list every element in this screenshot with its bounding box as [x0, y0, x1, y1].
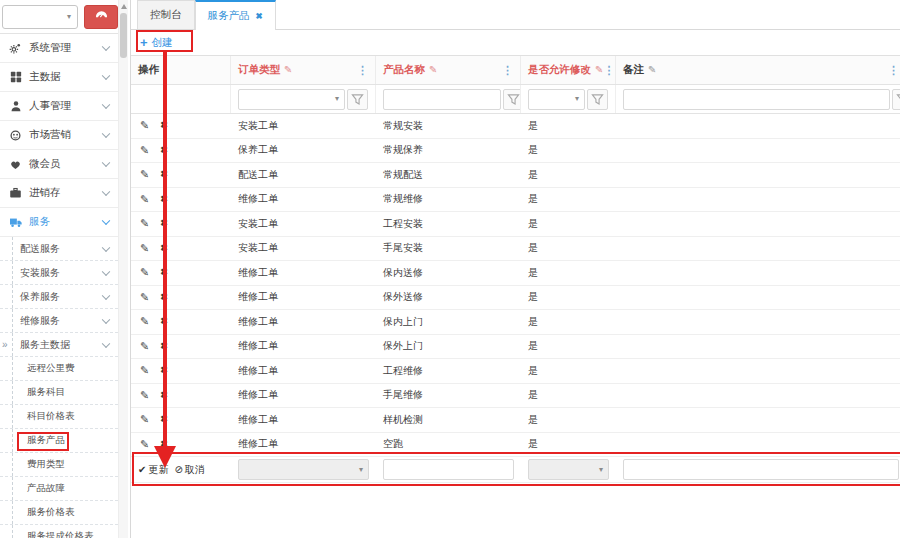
- delete-row-icon[interactable]: ✖: [160, 121, 168, 130]
- sidebar-item-service-commission-price-list[interactable]: 服务提成价格表: [0, 525, 118, 538]
- cell-remark: [616, 408, 900, 432]
- sidebar-item-master-data[interactable]: 主数据: [0, 63, 118, 92]
- sidebar-item-service-subject[interactable]: 服务科目: [0, 381, 118, 405]
- column-header-order-type[interactable]: 订单类型 ✎ ⋮: [231, 56, 376, 84]
- filter-funnel-button[interactable]: [503, 89, 521, 110]
- sidebar-item-service-price-list[interactable]: 服务价格表: [0, 501, 118, 525]
- delete-row-icon[interactable]: ✖: [160, 317, 168, 326]
- delete-row-icon[interactable]: ✖: [160, 415, 168, 424]
- filter-funnel-button[interactable]: [892, 89, 900, 110]
- close-tab-icon[interactable]: ✖: [256, 11, 263, 21]
- edit-row-icon[interactable]: ✎: [140, 218, 149, 229]
- sidebar-item-system-mgmt[interactable]: 系统管理: [0, 34, 118, 63]
- delete-row-icon[interactable]: ✖: [160, 342, 168, 351]
- edit-row-icon[interactable]: ✎: [140, 439, 149, 450]
- sidebar-item-install-service[interactable]: 安装服务: [0, 261, 118, 285]
- sidebar-item-micro-member[interactable]: 微会员: [0, 150, 118, 179]
- delete-row-icon[interactable]: ✖: [160, 293, 168, 302]
- sidebar-item-service-master-data[interactable]: » 服务主数据: [0, 333, 118, 357]
- filter-funnel-button[interactable]: [347, 89, 368, 110]
- sidebar-item-repair-service[interactable]: 维修服务: [0, 309, 118, 333]
- cancel-button-label: 取消: [185, 463, 205, 477]
- filter-remark-input[interactable]: [623, 89, 890, 110]
- create-button[interactable]: + 创建: [140, 36, 173, 50]
- edit-column-icon[interactable]: ✎: [648, 65, 656, 75]
- edit-remark-input[interactable]: [623, 459, 899, 480]
- delete-row-icon[interactable]: ✖: [160, 195, 168, 204]
- sidebar-item-delivery-service[interactable]: 配送服务: [0, 237, 118, 261]
- edit-row-icon[interactable]: ✎: [140, 341, 149, 352]
- scrollbar-thumb[interactable]: [120, 13, 127, 58]
- filter-funnel-button[interactable]: [587, 89, 608, 110]
- sidebar-item-service[interactable]: 服务: [0, 208, 118, 237]
- grid-edit-row: ✔ 更新 ⊘ 取消 ▾: [131, 457, 900, 483]
- edit-column-icon[interactable]: ✎: [284, 65, 292, 75]
- edit-row-icon[interactable]: ✎: [140, 390, 149, 401]
- sidebar-search-select[interactable]: ▾: [2, 5, 78, 29]
- edit-row-icon[interactable]: ✎: [140, 365, 149, 376]
- delete-row-icon[interactable]: ✖: [160, 268, 168, 277]
- dashboard-button[interactable]: [84, 5, 118, 29]
- column-header-remark[interactable]: 备注 ✎ ⋮: [616, 56, 900, 84]
- sidebar-item-fee-type[interactable]: 费用类型: [0, 453, 118, 477]
- tab-console[interactable]: 控制台: [137, 0, 195, 29]
- delete-row-icon[interactable]: ✖: [160, 391, 168, 400]
- edit-allow-modify-select[interactable]: ▾: [528, 459, 609, 480]
- delete-row-icon[interactable]: ✖: [160, 219, 168, 228]
- column-header-op: 操作: [131, 56, 231, 84]
- delete-row-icon[interactable]: ✖: [160, 440, 168, 449]
- sidebar-item-service-product[interactable]: 服务产品: [0, 429, 118, 453]
- table-row: ✎ ✖ 维修工单 保外送修 是: [131, 286, 900, 311]
- delete-row-icon[interactable]: ✖: [160, 366, 168, 375]
- sidebar-item-hr-mgmt[interactable]: 人事管理: [0, 92, 118, 121]
- column-menu-icon[interactable]: ⋮: [888, 65, 899, 76]
- filter-product-name-input[interactable]: [383, 89, 501, 110]
- sidebar-item-inventory[interactable]: 进销存: [0, 179, 118, 208]
- column-header-allow-modify[interactable]: 是否允许修改 ✎ ⋮: [521, 56, 616, 84]
- row-actions: ✎ ✖: [131, 237, 231, 261]
- chevron-down-icon: [102, 188, 110, 196]
- scroll-up-icon[interactable]: [121, 4, 127, 9]
- sidebar-item-label: 系统管理: [29, 41, 71, 55]
- sidebar-item-marketing[interactable]: 市场营销: [0, 121, 118, 150]
- edit-product-name-input[interactable]: [383, 459, 514, 480]
- sidebar-item-product-fault[interactable]: 产品故障: [0, 477, 118, 501]
- gauge-icon: [94, 8, 109, 26]
- column-menu-icon[interactable]: ⋮: [603, 65, 614, 76]
- delete-row-icon[interactable]: ✖: [160, 244, 168, 253]
- column-menu-icon[interactable]: ⋮: [502, 65, 513, 76]
- filter-order-type-select[interactable]: ▾: [238, 89, 345, 110]
- edit-row-icon[interactable]: ✎: [140, 145, 149, 156]
- edit-row-icon[interactable]: ✎: [140, 414, 149, 425]
- delete-row-icon[interactable]: ✖: [160, 170, 168, 179]
- column-header-product-name[interactable]: 产品名称 ✎ ⋮: [376, 56, 521, 84]
- edit-row-icon[interactable]: ✎: [140, 267, 149, 278]
- tab-service-product[interactable]: 服务产品 ✖: [195, 0, 276, 30]
- sidebar-item-maintenance-service[interactable]: 保养服务: [0, 285, 118, 309]
- edit-column-icon[interactable]: ✎: [595, 65, 603, 75]
- sidebar-item-remote-km-fee[interactable]: 远程公里费: [0, 357, 118, 381]
- edit-row-icon[interactable]: ✎: [140, 169, 149, 180]
- update-button[interactable]: ✔ 更新: [138, 463, 168, 477]
- sidebar-scrollbar[interactable]: [118, 0, 128, 538]
- cell-product-name: 常规保养: [376, 139, 521, 163]
- edit-row-icon[interactable]: ✎: [140, 316, 149, 327]
- column-menu-icon[interactable]: ⋮: [357, 65, 368, 76]
- chevron-down-icon: [102, 43, 110, 51]
- edit-row-icon[interactable]: ✎: [140, 243, 149, 254]
- cell-order-type: 维修工单: [231, 188, 376, 212]
- cancel-button[interactable]: ⊘ 取消: [174, 463, 204, 477]
- edit-row-icon[interactable]: ✎: [140, 194, 149, 205]
- edit-row-icon[interactable]: ✎: [140, 292, 149, 303]
- edit-row-icon[interactable]: ✎: [140, 120, 149, 131]
- cell-remark: [616, 163, 900, 187]
- edit-order-type-select[interactable]: ▾: [238, 459, 369, 480]
- sidebar-item-subject-price-list[interactable]: 科目价格表: [0, 405, 118, 429]
- filter-allow-modify-select[interactable]: ▾: [528, 89, 585, 110]
- filter-cell-order-type: ▾: [231, 85, 376, 113]
- delete-row-icon[interactable]: ✖: [160, 146, 168, 155]
- table-row: ✎ ✖ 安装工单 工程安装 是: [131, 212, 900, 237]
- edit-column-icon[interactable]: ✎: [429, 65, 437, 75]
- cell-remark: [616, 286, 900, 310]
- cell-order-type: 维修工单: [231, 359, 376, 383]
